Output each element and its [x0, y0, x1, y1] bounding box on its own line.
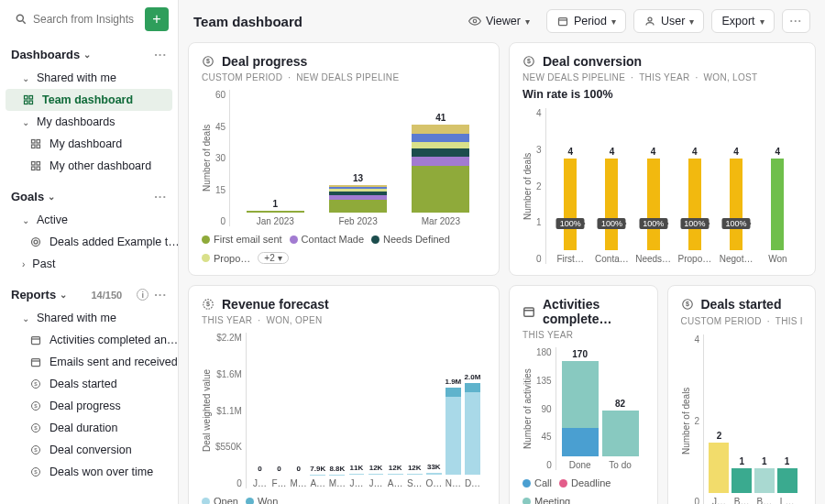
sidebar-my-dashboard[interactable]: My dashboard: [0, 133, 178, 155]
sidebar-shared-with-me[interactable]: ⌄Shared with me: [0, 67, 178, 89]
dashboards-more-icon[interactable]: ···: [154, 48, 167, 61]
sidebar-report-deal-duration[interactable]: $Deal duration: [0, 417, 178, 439]
chart-plot: 2J…1B…1B…1L…: [703, 334, 802, 504]
period-select[interactable]: Period▾: [546, 9, 626, 33]
card-activities-completed: Activities complete… THIS YEAR Number of…: [509, 285, 658, 504]
chevron-down-icon: ⌄: [22, 117, 29, 127]
info-icon[interactable]: i: [137, 289, 148, 301]
grid-icon: [29, 137, 42, 150]
reports-header[interactable]: Reports ⌄ 14/150i···: [0, 282, 178, 307]
sidebar-deals-added-example[interactable]: Deals added Example t…: [0, 231, 178, 253]
forecast-icon: $: [202, 298, 214, 311]
y-axis: $2.2M$1.6M$1.1M$550K0: [212, 333, 246, 488]
sidebar-my-other-dashboard[interactable]: My other dashboard: [0, 155, 178, 177]
reports-more-icon[interactable]: ···: [154, 288, 167, 301]
svg-line-1: [23, 21, 26, 24]
chevron-down-icon: ⌄: [83, 49, 91, 60]
chart-plot: 0J…0F…0M…7.9KA…8.8KM…11KJ…12KJ…12KA…12KS…: [246, 333, 486, 488]
user-icon: [644, 15, 656, 27]
legend-more-pill[interactable]: +2 ▾: [258, 252, 288, 264]
svg-point-14: [32, 238, 40, 247]
y-axis-label: Deal weighted value: [202, 333, 212, 488]
svg-point-0: [16, 15, 23, 21]
export-button[interactable]: Export▾: [711, 9, 774, 33]
page-title: Team dashboard: [193, 14, 452, 29]
dollar-icon: $: [522, 55, 535, 68]
card-title: Deal progress: [222, 54, 307, 69]
card-title: Deal conversion: [543, 54, 642, 69]
card-deal-conversion: $Deal conversion NEW DEALS PIPELINETHIS …: [509, 42, 816, 276]
svg-rect-16: [32, 337, 40, 345]
dollar-icon: $: [202, 55, 214, 68]
more-icon: ···: [790, 15, 802, 27]
card-title: Activities complete…: [543, 297, 644, 326]
calendar-icon: [29, 356, 42, 368]
user-select[interactable]: User▾: [633, 9, 704, 33]
svg-rect-5: [29, 101, 33, 104]
y-axis-label: Number of activities: [522, 347, 533, 470]
svg-rect-6: [32, 140, 36, 144]
dollar-icon: $: [29, 400, 42, 412]
caret-down-icon: ▾: [760, 16, 764, 27]
card-deal-progress: $Deal progress CUSTOM PERIODNEW DEALS PI…: [188, 42, 500, 276]
svg-rect-18: [32, 359, 40, 367]
chevron-down-icon: ⌄: [60, 290, 67, 300]
sidebar-report-deal-progress[interactable]: $Deal progress: [0, 395, 178, 417]
goals-more-icon[interactable]: ···: [154, 190, 167, 203]
svg-text:$: $: [686, 301, 689, 308]
svg-text:$: $: [34, 403, 38, 409]
target-icon: [29, 236, 42, 248]
chart-legend: OpenWon: [202, 496, 486, 504]
sidebar-team-dashboard[interactable]: Team dashboard: [6, 89, 172, 111]
svg-text:$: $: [206, 58, 210, 65]
chevron-right-icon: ›: [22, 259, 25, 269]
svg-point-15: [34, 240, 38, 244]
svg-rect-4: [25, 101, 28, 104]
y-axis: 604530150: [212, 90, 229, 226]
dollar-icon: $: [29, 466, 42, 478]
y-axis-label: Number of deals: [681, 334, 691, 504]
sidebar-past[interactable]: ›Past: [0, 253, 178, 275]
svg-rect-8: [32, 145, 36, 148]
search-input-wrap[interactable]: [9, 9, 139, 29]
svg-text:$: $: [34, 447, 38, 453]
sidebar-report-deals-started[interactable]: $Deals started: [0, 373, 178, 395]
caret-down-icon: ▾: [611, 16, 616, 27]
more-button[interactable]: ···: [782, 9, 810, 33]
sidebar-report-emails[interactable]: Emails sent and received: [0, 351, 178, 373]
goals-header[interactable]: Goals ⌄ ···: [0, 184, 178, 209]
calendar-icon: [29, 334, 42, 346]
svg-rect-31: [558, 18, 566, 26]
dollar-icon: $: [681, 298, 694, 311]
sidebar-report-deals-won[interactable]: $Deals won over time: [0, 461, 178, 483]
calendar-icon: [522, 305, 535, 318]
calendar-icon: [556, 15, 569, 27]
chevron-down-icon: ⌄: [22, 313, 29, 323]
sidebar-reports-shared[interactable]: ⌄Shared with me: [0, 307, 178, 329]
eye-icon: [468, 15, 481, 27]
sidebar-report-deal-conversion[interactable]: $Deal conversion: [0, 439, 178, 461]
sidebar-my-dashboards[interactable]: ⌄My dashboards: [0, 111, 178, 133]
chart-plot: 4First…100%4Conta…100%4Needs…100%4Propo……: [545, 108, 802, 264]
search-input[interactable]: [33, 13, 134, 26]
card-title: Deals started: [701, 297, 782, 312]
grid-icon: [29, 159, 42, 172]
dashboards-header[interactable]: Dashboards ⌄ ···: [0, 42, 178, 67]
svg-text:$: $: [206, 301, 210, 308]
reports-count: 14/150: [88, 290, 126, 301]
main: Team dashboard Viewer▾ Period▾ User▾ Exp…: [179, 0, 825, 504]
svg-text:$: $: [34, 469, 38, 475]
svg-rect-11: [37, 162, 40, 166]
y-axis: 43210: [533, 108, 545, 264]
svg-point-33: [648, 17, 652, 21]
viewer-select[interactable]: Viewer▾: [459, 10, 539, 32]
winrate-text: Win rate is 100%: [522, 88, 802, 101]
topbar: Team dashboard Viewer▾ Period▾ User▾ Exp…: [179, 0, 825, 42]
add-button[interactable]: +: [145, 7, 169, 31]
sidebar-active[interactable]: ⌄Active: [0, 209, 178, 231]
caret-down-icon: ▾: [525, 16, 530, 27]
sidebar-report-activities[interactable]: Activities completed an…: [0, 329, 178, 351]
chart-plot: 170Done82To do: [556, 347, 644, 470]
card-deals-started: $Deals started CUSTOM PERIODTHIS IS +1 N…: [667, 285, 817, 504]
svg-text:$: $: [34, 381, 38, 387]
